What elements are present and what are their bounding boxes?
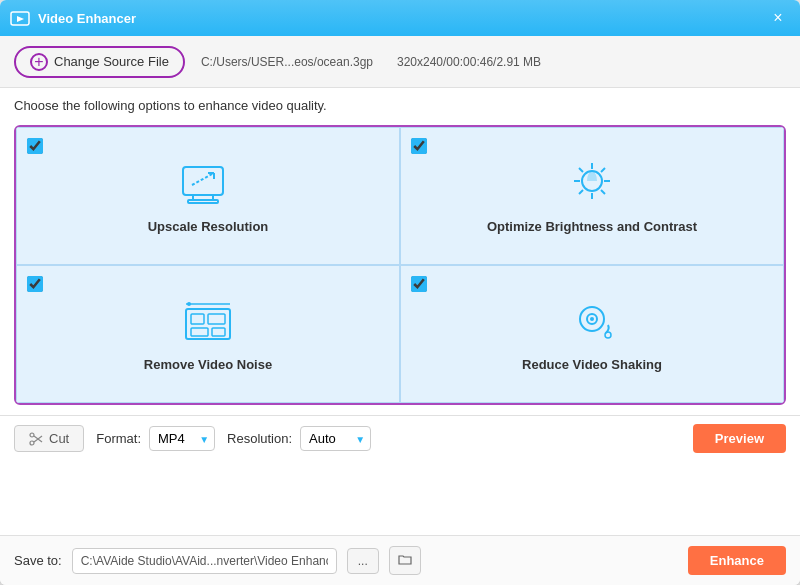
svg-rect-2: [183, 167, 223, 195]
preview-button[interactable]: Preview: [693, 424, 786, 453]
plus-icon: +: [30, 53, 48, 71]
format-select[interactable]: MP4 AVI MOV MKV WMV FLV: [149, 426, 215, 451]
format-select-wrapper: MP4 AVI MOV MKV WMV FLV: [149, 426, 215, 451]
title-bar-left: Video Enhancer: [10, 8, 136, 28]
format-label: Format:: [96, 431, 141, 446]
checkbox-noise[interactable]: [27, 276, 43, 292]
folder-icon: [398, 552, 412, 566]
source-file-path: C:/Users/USER...eos/ocean.3gp: [201, 55, 373, 69]
checkbox-upscale[interactable]: [27, 138, 43, 154]
title-bar: Video Enhancer ×: [0, 0, 800, 36]
scissors-icon: [29, 432, 43, 446]
resolution-select-wrapper: Auto 480p 720p 1080p 4K: [300, 426, 371, 451]
options-grid: Upscale Resolution Optimize Brigh: [14, 125, 786, 405]
noise-icon: [178, 297, 238, 347]
browse-button[interactable]: ...: [347, 548, 379, 574]
svg-point-29: [30, 441, 34, 445]
checkbox-brightness[interactable]: [411, 138, 427, 154]
toolbar: Cut Format: MP4 AVI MOV MKV WMV FLV Reso…: [0, 415, 800, 461]
option-shaking: Reduce Video Shaking: [400, 265, 784, 403]
svg-point-27: [605, 332, 611, 338]
app-icon: [10, 8, 30, 28]
open-folder-button[interactable]: [389, 546, 421, 575]
svg-rect-19: [208, 314, 225, 324]
options-wrapper: Upscale Resolution Optimize Brigh: [0, 121, 800, 415]
option-brightness-label: Optimize Brightness and Contrast: [487, 219, 697, 234]
resolution-select[interactable]: Auto 480p 720p 1080p 4K: [300, 426, 371, 451]
source-file-meta: 320x240/00:00:46/2.91 MB: [397, 55, 541, 69]
option-upscale: Upscale Resolution: [16, 127, 400, 265]
resolution-group: Resolution: Auto 480p 720p 1080p 4K: [227, 426, 371, 451]
format-group: Format: MP4 AVI MOV MKV WMV FLV: [96, 426, 215, 451]
svg-point-23: [187, 302, 191, 306]
enhance-button[interactable]: Enhance: [688, 546, 786, 575]
checkbox-shaking[interactable]: [411, 276, 427, 292]
option-noise-label: Remove Video Noise: [144, 357, 272, 372]
svg-line-13: [579, 168, 583, 172]
source-bar: + Change Source File C:/Users/USER...eos…: [0, 36, 800, 88]
svg-line-5: [192, 173, 214, 185]
svg-rect-18: [191, 314, 204, 324]
save-path-input[interactable]: [72, 548, 337, 574]
svg-rect-21: [212, 328, 225, 336]
description-text: Choose the following options to enhance …: [0, 88, 800, 121]
option-brightness: Optimize Brightness and Contrast: [400, 127, 784, 265]
close-button[interactable]: ×: [766, 6, 790, 30]
cut-label: Cut: [49, 431, 69, 446]
brightness-icon: [562, 159, 622, 209]
svg-marker-1: [17, 16, 24, 22]
save-label: Save to:: [14, 553, 62, 568]
svg-line-15: [601, 168, 605, 172]
svg-line-14: [601, 190, 605, 194]
option-upscale-label: Upscale Resolution: [148, 219, 269, 234]
upscale-icon: [178, 159, 238, 209]
svg-line-16: [579, 190, 583, 194]
option-shaking-label: Reduce Video Shaking: [522, 357, 662, 372]
window-title: Video Enhancer: [38, 11, 136, 26]
shaking-icon: [562, 297, 622, 347]
option-noise: Remove Video Noise: [16, 265, 400, 403]
svg-point-26: [590, 317, 594, 321]
resolution-label: Resolution:: [227, 431, 292, 446]
svg-point-28: [30, 433, 34, 437]
change-source-label: Change Source File: [54, 54, 169, 69]
cut-button[interactable]: Cut: [14, 425, 84, 452]
svg-rect-20: [191, 328, 208, 336]
video-enhancer-window: Video Enhancer × + Change Source File C:…: [0, 0, 800, 585]
save-bar: Save to: ... Enhance: [0, 535, 800, 585]
svg-rect-4: [188, 200, 218, 203]
change-source-button[interactable]: + Change Source File: [14, 46, 185, 78]
